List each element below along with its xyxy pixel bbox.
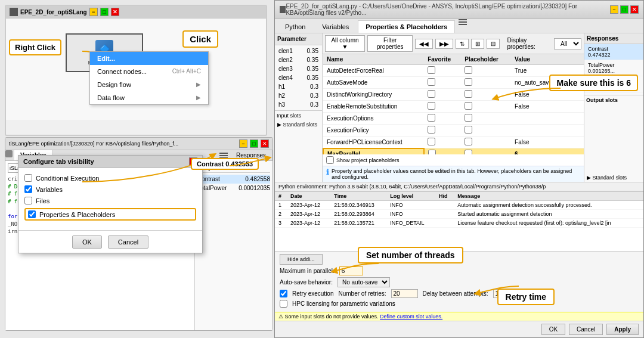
auto-save-select[interactable]: No auto-save	[338, 277, 390, 287]
checkbox-props-input[interactable]	[28, 210, 36, 218]
tab-properties-label: Properties & Placeholders	[366, 23, 447, 30]
props-table[interactable]: Name Favorite Placeholder Value AutoDete…	[323, 54, 584, 154]
placeholder-checkbox[interactable]	[465, 90, 472, 98]
dialog-ok-button[interactable]: OK	[72, 235, 102, 249]
display-props-select[interactable]: All	[554, 38, 581, 49]
retry-label: Retry execution	[292, 290, 333, 297]
param-clen3: clen30.35	[276, 64, 321, 73]
bottom-panel-titlebar: tiSLang/EPE optimization/[J230320] For K…	[5, 138, 273, 150]
dialog-cancel-button[interactable]: Cancel	[108, 235, 148, 249]
placeholder-checkbox[interactable]	[465, 150, 472, 154]
hamburger-main[interactable]	[459, 19, 467, 33]
define-custom-link[interactable]: Define custom slot values.	[380, 314, 442, 320]
tab-python-label: Python	[285, 23, 305, 30]
nav-prev-button[interactable]: ◀◀	[415, 39, 433, 49]
bottom-minimize[interactable]: −	[239, 139, 247, 148]
main-panel-title: EPE_2D_for_optiSLang.py - C:/Users/User/…	[286, 3, 610, 16]
placeholder-checkbox[interactable]	[465, 126, 472, 134]
main-close[interactable]: ✕	[630, 5, 639, 14]
fav-checkbox[interactable]	[428, 66, 435, 74]
fav-checkbox[interactable]	[428, 78, 435, 86]
placeholder-checkbox[interactable]	[465, 102, 472, 110]
checkbox-props-label: Properties & Placeholders	[39, 211, 115, 218]
ok-action-button[interactable]: OK	[541, 324, 565, 335]
main-panel-icon	[280, 6, 286, 13]
bottom-window-controls: − □ ✕	[239, 139, 269, 148]
fav-checkbox[interactable]	[428, 138, 435, 145]
checkbox-files-input[interactable]	[24, 197, 32, 204]
context-menu-edit[interactable]: Edit...	[90, 52, 208, 65]
log-col-hid: Hid	[435, 192, 454, 201]
panel-icon	[10, 8, 18, 16]
properties-panel: All column ▼ Filter properties ◀◀ ▶▶ ⇅ ⊞…	[323, 33, 584, 182]
log-col-message: Message	[454, 192, 643, 201]
nav-next-button[interactable]: ▶▶	[435, 39, 453, 49]
responses-sidebar-header: Responses	[584, 33, 643, 44]
hpc-row: HPC licensing for parametric variations	[280, 300, 639, 308]
main-content-area: Parameter clen10.35 clen20.35 clen30.35 …	[275, 33, 643, 182]
checkbox-files-label: Files	[36, 197, 49, 204]
apply-action-button[interactable]: Apply	[606, 324, 639, 335]
table-row: AutoDetectForceReal True	[323, 65, 584, 77]
table-row: ExecutionPolicy	[323, 125, 584, 137]
make-sure-annotation: Make sure this is 6	[549, 75, 638, 91]
context-edit-label: Edit...	[97, 55, 115, 62]
fav-checkbox[interactable]	[428, 126, 435, 134]
context-designflow-label: Design flow	[97, 81, 131, 88]
context-menu-connect[interactable]: Connect nodes... Ctrl+ Alt+C	[90, 65, 208, 78]
tab-properties[interactable]: Properties & Placeholders	[358, 20, 455, 33]
dialog-titlebar: Configure tab visibility ✕	[18, 156, 202, 168]
vars-responses: Responses Contrast 0.482558 TotalPower 0…	[195, 161, 273, 330]
fav-checkbox[interactable]	[428, 90, 435, 98]
context-connect-label: Connect nodes...	[97, 68, 147, 75]
hide-additional-button[interactable]: Hide addi...	[280, 254, 323, 265]
table-row: DistinctWorkingDirectory False	[323, 89, 584, 101]
standard-slots-output[interactable]: ▶ Standard slots	[584, 173, 643, 182]
param-panel: Parameter clen10.35 clen20.35 clen30.35 …	[275, 33, 323, 182]
fav-checkbox[interactable]	[428, 150, 436, 154]
show-placeholders-checkbox[interactable]	[326, 156, 334, 164]
log-row-2: 2 2023-Apr-12 21:58:02.293864 INFO Start…	[275, 210, 643, 219]
minimize-button[interactable]: −	[89, 8, 98, 16]
tab-main-variables[interactable]: Variables	[314, 20, 357, 33]
cancel-action-button[interactable]: Cancel	[569, 324, 603, 335]
context-menu-designflow[interactable]: Design flow ▶	[90, 78, 208, 91]
placeholder-checkbox[interactable]	[465, 66, 472, 74]
main-minimize[interactable]: −	[610, 5, 618, 14]
right-sidebar: Responses Contrast 0.474322 TotalPower 0…	[584, 33, 643, 182]
retry-checkbox[interactable]	[280, 290, 287, 297]
checkbox-variables-input[interactable]	[24, 185, 32, 193]
main-maximize[interactable]: □	[620, 5, 628, 14]
close-button[interactable]: ✕	[111, 8, 119, 16]
bottom-close[interactable]: ✕	[261, 139, 269, 148]
context-menu-dataflow[interactable]: Data flow ▶	[90, 91, 208, 104]
standard-slots-input[interactable]: ▶ Standard slots	[275, 120, 322, 129]
grid-button[interactable]: ⊞	[471, 39, 484, 49]
tab-python[interactable]: Python	[277, 20, 313, 33]
placeholder-checkbox[interactable]	[465, 138, 472, 145]
context-designflow-arrow: ▶	[196, 81, 201, 88]
placeholder-checkbox[interactable]	[465, 78, 472, 86]
max-parallel-input[interactable]	[339, 266, 363, 275]
maximize-button[interactable]: □	[100, 8, 109, 16]
sort-button[interactable]: ⇅	[456, 39, 469, 49]
checkbox-conditional-input[interactable]	[24, 174, 32, 182]
dialog-content: Conditional Execution Variables Files Pr…	[18, 168, 202, 230]
response-contrast-value: 0.482558	[245, 176, 270, 182]
log-col-date: Date	[287, 192, 330, 201]
checkbox-props: Properties & Placeholders	[24, 208, 196, 221]
retry-time-annotation: Retry time	[497, 289, 555, 305]
table-row: EnableRemoteSubstitution False	[323, 101, 584, 113]
filter-properties-button[interactable]: Filter properties	[367, 35, 413, 52]
fav-checkbox[interactable]	[428, 114, 435, 122]
display-props-label: Display properties:	[507, 37, 552, 50]
right-click-label: Right Click	[9, 39, 61, 55]
bottom-maximize[interactable]: □	[250, 139, 258, 148]
placeholder-checkbox[interactable]	[465, 114, 472, 122]
response-totalpower-value: 0.00012035	[239, 185, 270, 191]
retries-input[interactable]	[391, 289, 418, 298]
expand-button[interactable]: ⊟	[487, 39, 500, 49]
all-column-button[interactable]: All column ▼	[325, 35, 365, 52]
hpc-checkbox[interactable]	[280, 300, 287, 308]
fav-checkbox[interactable]	[428, 102, 435, 110]
